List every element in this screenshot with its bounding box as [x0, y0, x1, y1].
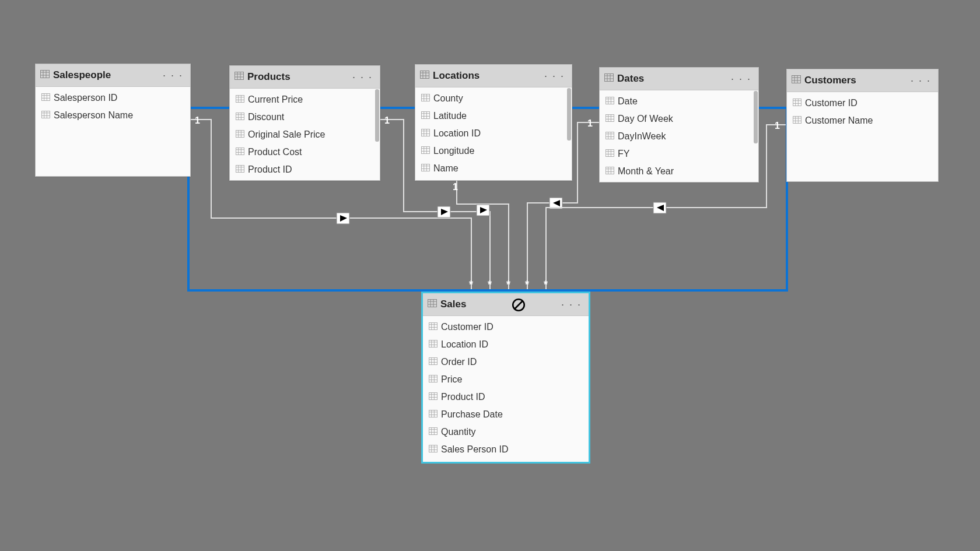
field-row[interactable]: Location ID [415, 125, 572, 142]
field-label: Product Cost [248, 147, 302, 157]
field-label: Latitude [433, 111, 467, 121]
table-icon [235, 72, 244, 82]
entity-menu-button[interactable]: · · · [160, 69, 186, 82]
scrollbar[interactable] [567, 88, 571, 141]
field-row[interactable]: Longitude [415, 142, 572, 160]
field-row[interactable]: Location ID [423, 336, 589, 353]
entity-dates[interactable]: Dates· · ·DateDay Of WeekDayInWeekFYMont… [599, 67, 759, 183]
svg-rect-145 [429, 392, 438, 399]
svg-rect-150 [429, 410, 438, 417]
entity-header[interactable]: Dates· · · [600, 68, 758, 90]
cardinality-many: * [525, 279, 529, 290]
relation-line [457, 180, 509, 290]
svg-rect-50 [422, 94, 430, 101]
field-row[interactable]: Day Of Week [600, 110, 758, 128]
entity-sales[interactable]: Sales· · ·Customer IDLocation IDOrder ID… [422, 292, 590, 463]
field-row[interactable]: Date [600, 93, 758, 110]
svg-rect-140 [429, 375, 438, 382]
column-icon [606, 149, 614, 159]
field-row[interactable]: Customer Name [787, 112, 938, 129]
field-label: Product ID [441, 392, 485, 402]
model-canvas[interactable]: 1 * 1 * 1 * 1 * 1 * Salespeople· · ·Sale… [0, 0, 980, 551]
field-row[interactable]: Product Cost [230, 143, 380, 161]
column-icon [429, 374, 438, 385]
svg-rect-70 [422, 164, 430, 171]
column-icon [429, 409, 438, 420]
field-row[interactable]: Quantity [423, 423, 589, 441]
field-row[interactable]: Current Price [230, 91, 380, 108]
column-icon [606, 96, 614, 107]
scrollbar[interactable] [754, 91, 758, 143]
entity-menu-button[interactable]: · · · [908, 75, 933, 87]
entity-menu-button[interactable]: · · · [542, 70, 567, 82]
field-row[interactable]: Product ID [423, 388, 589, 406]
field-row[interactable]: Original Sale Price [230, 126, 380, 143]
svg-rect-5 [42, 93, 50, 100]
column-icon [421, 128, 430, 139]
column-icon [429, 427, 438, 437]
entity-salespeople[interactable]: Salespeople· · ·Salesperson IDSalesperso… [35, 64, 191, 177]
entity-menu-button[interactable]: · · · [559, 299, 584, 311]
field-label: Name [433, 163, 459, 174]
column-icon [41, 110, 50, 121]
column-icon [236, 94, 244, 105]
svg-rect-35 [236, 148, 244, 155]
entity-title: Sales [440, 299, 559, 310]
field-label: Location ID [441, 339, 488, 350]
field-row[interactable]: Salesperson Name [36, 107, 190, 124]
field-row[interactable]: Purchase Date [423, 406, 589, 423]
field-row[interactable]: Price [423, 371, 589, 388]
field-row[interactable]: Customer ID [787, 94, 938, 112]
svg-rect-55 [422, 111, 430, 118]
entity-header[interactable]: Products· · · [230, 66, 380, 89]
entity-locations[interactable]: Locations· · ·CountyLatitudeLocation IDL… [415, 64, 572, 181]
field-row[interactable]: Name [415, 160, 572, 177]
column-icon [606, 131, 614, 142]
entity-title: Products [247, 71, 350, 83]
field-row[interactable]: Discount [230, 108, 380, 126]
field-row[interactable]: Sales Person ID [423, 441, 589, 458]
entity-header[interactable]: Sales· · · [423, 293, 589, 316]
field-row[interactable]: Product ID [230, 161, 380, 178]
entity-menu-button[interactable]: · · · [729, 73, 754, 85]
cardinality-one: 1 [384, 115, 390, 125]
field-label: Salesperson ID [54, 93, 117, 103]
field-label: Customer Name [805, 115, 873, 126]
svg-rect-65 [422, 146, 430, 153]
svg-rect-20 [236, 95, 244, 102]
field-row[interactable]: County [415, 90, 572, 107]
column-icon [793, 98, 802, 108]
scrollbar[interactable] [375, 89, 379, 142]
entity-header[interactable]: Salespeople· · · [36, 64, 190, 87]
field-row[interactable]: Month & Year [600, 163, 758, 180]
svg-rect-135 [429, 357, 438, 364]
entity-header[interactable]: Customers· · · [787, 69, 938, 92]
svg-rect-155 [429, 427, 438, 434]
field-label: Salesperson Name [54, 110, 133, 121]
svg-rect-85 [606, 114, 614, 121]
entity-header[interactable]: Locations· · · [415, 65, 572, 87]
field-row[interactable]: Salesperson ID [36, 89, 190, 107]
svg-rect-0 [41, 71, 50, 78]
entity-menu-button[interactable]: · · · [350, 71, 375, 83]
table-icon [428, 299, 437, 310]
field-row[interactable]: Order ID [423, 353, 589, 371]
column-icon [236, 147, 244, 157]
field-row[interactable]: DayInWeek [600, 128, 758, 145]
field-row[interactable]: FY [600, 145, 758, 163]
column-icon [606, 166, 614, 177]
svg-rect-125 [429, 322, 438, 329]
field-label: DayInWeek [618, 131, 666, 142]
column-icon [429, 444, 438, 455]
column-icon [421, 163, 430, 174]
table-icon [40, 70, 50, 80]
field-label: Purchase Date [441, 409, 503, 420]
field-row[interactable]: Customer ID [423, 318, 589, 336]
cardinality-one: 1 [775, 121, 780, 131]
entity-products[interactable]: Products· · ·Current PriceDiscountOrigin… [229, 65, 380, 181]
field-row[interactable]: Latitude [415, 107, 572, 125]
filter-arrow-right-icon [441, 209, 448, 215]
svg-rect-105 [792, 76, 801, 83]
entity-customers[interactable]: Customers· · ·Customer IDCustomer Name [786, 69, 939, 182]
field-label: Price [441, 374, 462, 385]
